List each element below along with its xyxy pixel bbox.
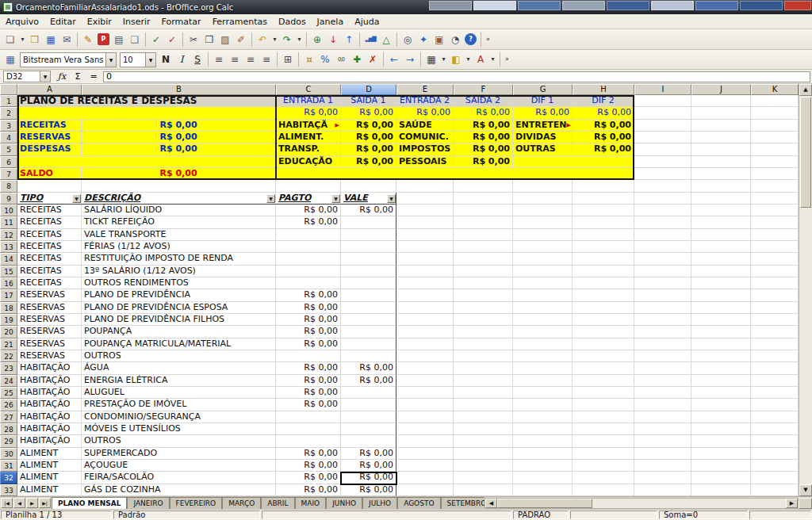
cell-H13[interactable]	[573, 241, 634, 253]
cell-I9[interactable]	[634, 193, 691, 205]
save-icon[interactable]: ▦	[43, 32, 59, 48]
cell-K12[interactable]	[751, 229, 799, 241]
cell-C8[interactable]	[276, 180, 341, 192]
cell-B20[interactable]: POUPANÇA	[82, 326, 276, 338]
cell-F26[interactable]	[454, 399, 513, 411]
cell-I10[interactable]	[634, 205, 691, 216]
format-paintbrush-icon[interactable]: ✐	[233, 32, 249, 48]
cell-G32[interactable]	[513, 472, 573, 484]
cell-G13[interactable]	[513, 241, 573, 253]
cell-B12[interactable]: VALE TRANSPORTE	[82, 229, 276, 241]
cell-C3[interactable]: HABITAÇÃ▶	[276, 120, 341, 132]
cell-C4[interactable]: ALIMENT.	[276, 132, 341, 143]
cell-E30[interactable]	[396, 448, 454, 460]
cell-J12[interactable]	[691, 229, 751, 241]
cell-I11[interactable]	[634, 216, 691, 228]
sheet-tab-maio[interactable]: MAIO	[295, 497, 327, 509]
cell-G4[interactable]: DIVIDAS	[513, 132, 573, 143]
cell-I28[interactable]	[634, 423, 691, 435]
cell-I1[interactable]	[634, 95, 691, 107]
percent-format-icon[interactable]: %	[317, 52, 333, 67]
cell-H2[interactable]: R$ 0,00	[573, 107, 634, 119]
col-header-K[interactable]: K	[751, 84, 799, 95]
cell-B9[interactable]: DESCRIÇÃO▼	[82, 193, 276, 205]
cell-B4[interactable]: R$ 0,00	[82, 132, 276, 143]
cell-F5[interactable]: R$ 0,00	[454, 143, 513, 155]
cell-K23[interactable]	[751, 362, 799, 374]
cell-F11[interactable]	[454, 216, 513, 228]
cell-E15[interactable]	[396, 266, 454, 277]
row-header-32[interactable]: 32	[0, 472, 17, 484]
hyperlink-icon[interactable]: ⊕	[309, 32, 325, 48]
cell-D2[interactable]: R$ 0,00	[341, 107, 396, 119]
cell-C31[interactable]: R$ 0,00	[276, 460, 341, 472]
row-header-10[interactable]: 10	[0, 205, 17, 216]
cell-I7[interactable]	[634, 168, 691, 180]
cell-A30[interactable]: ALIMENT	[17, 448, 82, 460]
open-icon[interactable]: ❒	[27, 32, 43, 48]
autofilter-button[interactable]: ▼	[387, 194, 396, 203]
row-header-28[interactable]: 28	[0, 423, 17, 435]
background-window-fragment[interactable]	[429, 1, 472, 10]
font-name-combo[interactable]: Bitstream Vera Sans ▼	[20, 52, 117, 67]
cell-I20[interactable]	[634, 326, 691, 338]
cell-H18[interactable]	[573, 302, 634, 314]
cell-I14[interactable]	[634, 253, 691, 265]
sheet-tab-agosto[interactable]: AGOSTO	[397, 497, 440, 509]
autospellcheck-icon[interactable]: ✓	[164, 32, 180, 48]
merge-cells-icon[interactable]: ⊞	[280, 52, 296, 67]
cell-E24[interactable]	[396, 375, 454, 387]
cell-I15[interactable]	[634, 266, 691, 277]
row-header-25[interactable]: 25	[0, 387, 17, 399]
cell-E22[interactable]	[396, 350, 454, 362]
align-center-icon[interactable]: ≡	[227, 52, 243, 67]
cell-A25[interactable]: HABITAÇÃO	[17, 387, 82, 399]
row-header-9[interactable]: 9	[0, 193, 17, 205]
font-color-dropdown-icon[interactable]: ▾	[488, 52, 497, 67]
font-color-icon[interactable]: A	[473, 52, 488, 67]
cell-A24[interactable]: HABITAÇÃO	[17, 375, 82, 387]
styles-window-icon[interactable]: ▦	[2, 52, 18, 67]
background-window-fragment[interactable]	[562, 1, 605, 10]
background-window-fragment[interactable]	[740, 1, 783, 10]
cell-F6[interactable]: R$ 0,00	[454, 156, 513, 168]
cell-C32[interactable]: R$ 0,00	[276, 472, 341, 484]
menu-formatar[interactable]: Formatar	[156, 15, 207, 29]
cell-I30[interactable]	[634, 448, 691, 460]
cell-G14[interactable]	[513, 253, 573, 265]
cell-A15[interactable]: RECEITAS	[17, 266, 82, 277]
cell-J33[interactable]	[691, 484, 751, 496]
menu-inserir[interactable]: Inserir	[117, 15, 156, 29]
cell-A18[interactable]: RESERVAS	[17, 302, 82, 314]
cell-E14[interactable]	[396, 253, 454, 265]
cell-I8[interactable]	[634, 180, 691, 192]
cell-H27[interactable]	[573, 411, 634, 423]
cell-D8[interactable]	[341, 180, 396, 192]
cell-G23[interactable]	[513, 362, 573, 374]
cell-A11[interactable]: RECEITAS	[17, 216, 82, 228]
menu-arquivo[interactable]: Arquivo	[0, 15, 44, 29]
col-header-E[interactable]: E	[396, 84, 454, 95]
cell-C13[interactable]	[276, 241, 341, 253]
cell-J8[interactable]	[691, 180, 751, 192]
cell-C22[interactable]	[276, 350, 341, 362]
sheet-tab-junho[interactable]: JUNHO	[326, 497, 362, 509]
sheet-tab-marco[interactable]: MARÇO	[222, 497, 261, 509]
new-document-dropdown-icon[interactable]: ▾	[18, 32, 27, 48]
cell-K30[interactable]	[751, 448, 799, 460]
cell-E25[interactable]	[396, 387, 454, 399]
cell-B5[interactable]: R$ 0,00	[82, 143, 276, 155]
increase-indent-icon[interactable]: →	[402, 52, 418, 67]
vertical-scroll-trough[interactable]	[799, 96, 812, 484]
cell-K15[interactable]	[751, 266, 799, 277]
cell-J23[interactable]	[691, 362, 751, 374]
cell-G10[interactable]	[513, 205, 573, 216]
sort-descending-icon[interactable]: ↑	[341, 32, 357, 48]
row-header-29[interactable]: 29	[0, 435, 17, 447]
row-header-12[interactable]: 12	[0, 229, 17, 241]
cell-H21[interactable]	[573, 338, 634, 350]
cell-H20[interactable]	[573, 326, 634, 338]
cell-F4[interactable]: R$ 0,00	[454, 132, 513, 143]
cell-A6[interactable]	[17, 156, 276, 168]
cell-K10[interactable]	[751, 205, 799, 216]
